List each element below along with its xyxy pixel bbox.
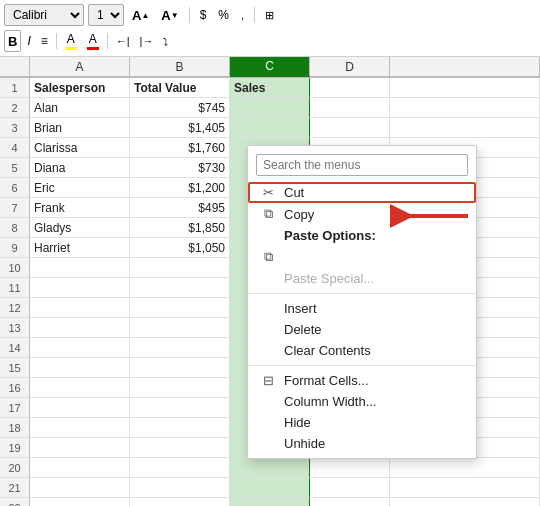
increase-font-button[interactable]: A▲ — [128, 4, 153, 26]
cut-menu-item[interactable]: ✂ Cut — [248, 182, 476, 203]
row-number[interactable]: 19 — [0, 438, 30, 458]
cell[interactable] — [30, 458, 130, 478]
cell[interactable]: Brian — [30, 118, 130, 138]
cell[interactable]: Salesperson — [30, 78, 130, 98]
cell[interactable] — [310, 118, 390, 138]
cell[interactable] — [130, 258, 230, 278]
cell[interactable] — [130, 378, 230, 398]
cell[interactable] — [390, 78, 540, 98]
cell[interactable] — [390, 118, 540, 138]
cell[interactable] — [230, 458, 310, 478]
row-number[interactable]: 8 — [0, 218, 30, 238]
row-number[interactable]: 11 — [0, 278, 30, 298]
cell[interactable] — [310, 98, 390, 118]
cell[interactable]: $730 — [130, 158, 230, 178]
cell[interactable]: $1,200 — [130, 178, 230, 198]
cell[interactable]: Clarissa — [30, 138, 130, 158]
row-number[interactable]: 13 — [0, 318, 30, 338]
comma-button[interactable]: , — [237, 4, 248, 26]
cell[interactable] — [130, 418, 230, 438]
cell[interactable] — [310, 458, 390, 478]
row-number[interactable]: 16 — [0, 378, 30, 398]
cell[interactable]: Gladys — [30, 218, 130, 238]
cell[interactable] — [130, 278, 230, 298]
highlight-color-button[interactable]: A — [61, 30, 81, 52]
cell[interactable] — [230, 98, 310, 118]
cell[interactable] — [130, 398, 230, 418]
row-number[interactable]: 21 — [0, 478, 30, 498]
cell[interactable]: $1,050 — [130, 238, 230, 258]
increase-indent-button[interactable]: |→ — [136, 30, 158, 52]
cell[interactable] — [30, 398, 130, 418]
dollar-button[interactable]: $ — [196, 4, 211, 26]
row-number[interactable]: 4 — [0, 138, 30, 158]
font-size-select[interactable]: 11 — [88, 4, 124, 26]
cell[interactable] — [30, 298, 130, 318]
row-number[interactable]: 14 — [0, 338, 30, 358]
row-number[interactable]: 17 — [0, 398, 30, 418]
cell[interactable] — [30, 278, 130, 298]
row-number[interactable]: 1 — [0, 78, 30, 98]
cell[interactable]: $745 — [130, 98, 230, 118]
row-number[interactable]: 20 — [0, 458, 30, 478]
col-header-b[interactable]: B — [130, 57, 230, 77]
copy-menu-item[interactable]: ⧉ Copy — [248, 203, 476, 225]
cell[interactable] — [390, 458, 540, 478]
font-name-select[interactable]: Calibri — [4, 4, 84, 26]
row-number[interactable]: 15 — [0, 358, 30, 378]
cell[interactable] — [30, 478, 130, 498]
cell[interactable]: Harriet — [30, 238, 130, 258]
cell[interactable] — [130, 458, 230, 478]
cell[interactable] — [130, 478, 230, 498]
cell[interactable] — [130, 338, 230, 358]
cell[interactable] — [310, 78, 390, 98]
row-number[interactable]: 2 — [0, 98, 30, 118]
row-number[interactable]: 9 — [0, 238, 30, 258]
row-number[interactable]: 5 — [0, 158, 30, 178]
cell[interactable] — [310, 498, 390, 506]
font-color-button[interactable]: A — [83, 30, 103, 52]
cell[interactable]: $495 — [130, 198, 230, 218]
cell[interactable] — [130, 438, 230, 458]
cell[interactable] — [130, 318, 230, 338]
cell[interactable] — [30, 258, 130, 278]
cell[interactable] — [390, 478, 540, 498]
col-header-c[interactable]: C — [230, 57, 310, 77]
col-header-d[interactable]: D — [310, 57, 390, 77]
cell[interactable] — [310, 478, 390, 498]
search-menus-input[interactable] — [256, 154, 468, 176]
cell[interactable] — [390, 98, 540, 118]
cell[interactable] — [30, 378, 130, 398]
wrap-text-button[interactable]: ⤵ — [159, 30, 172, 52]
cell[interactable] — [130, 498, 230, 506]
cell[interactable] — [230, 478, 310, 498]
cell[interactable] — [30, 438, 130, 458]
cell[interactable] — [230, 498, 310, 506]
unhide-menu-item[interactable]: Unhide — [248, 433, 476, 454]
row-number[interactable]: 22 — [0, 498, 30, 506]
italic-button[interactable]: I — [23, 30, 34, 52]
bold-button[interactable]: B — [4, 30, 21, 52]
row-number[interactable]: 3 — [0, 118, 30, 138]
decrease-indent-button[interactable]: ←| — [112, 30, 134, 52]
decrease-font-button[interactable]: A▼ — [157, 4, 182, 26]
cell[interactable]: $1,760 — [130, 138, 230, 158]
delete-menu-item[interactable]: Delete — [248, 319, 476, 340]
row-number[interactable]: 6 — [0, 178, 30, 198]
cell[interactable] — [230, 118, 310, 138]
row-number[interactable]: 7 — [0, 198, 30, 218]
cell[interactable]: $1,850 — [130, 218, 230, 238]
cell[interactable]: Alan — [30, 98, 130, 118]
cell[interactable] — [130, 358, 230, 378]
col-header-a[interactable]: A — [30, 57, 130, 77]
cell[interactable]: Sales — [230, 78, 310, 98]
format-cells-menu-item[interactable]: ⊟ Format Cells... — [248, 370, 476, 391]
cell[interactable] — [30, 418, 130, 438]
column-width-menu-item[interactable]: Column Width... — [248, 391, 476, 412]
col-header-e[interactable] — [390, 57, 540, 77]
align-button[interactable]: ≡ — [37, 30, 52, 52]
hide-menu-item[interactable]: Hide — [248, 412, 476, 433]
percent-button[interactable]: % — [214, 4, 233, 26]
cell[interactable] — [130, 298, 230, 318]
row-number[interactable]: 18 — [0, 418, 30, 438]
